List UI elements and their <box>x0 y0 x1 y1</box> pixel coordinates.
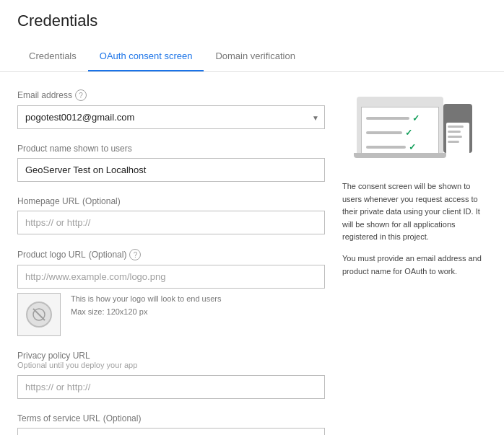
logo-help-icon[interactable]: ? <box>129 249 141 260</box>
email-select[interactable]: pogotest0012@gmail.com <box>17 105 325 129</box>
phone-line-bar-2 <box>448 131 461 133</box>
laptop-screen: ✓ ✓ ✓ <box>361 107 439 154</box>
tabs-bar: Credentials OAuth consent screen Domain … <box>17 42 487 71</box>
homepage-group: Homepage URL (Optional) <box>17 196 325 234</box>
check-icon-1: ✓ <box>412 113 420 123</box>
page-header: Credentials Credentials OAuth consent sc… <box>0 0 504 72</box>
product-name-label: Product name shown to users <box>17 144 132 154</box>
check-icon-3: ✓ <box>409 142 416 152</box>
phone-body <box>443 104 472 153</box>
privacy-sub-label: Optional until you deploy your app <box>17 361 325 369</box>
tos-label: Terms of service URL <box>17 413 100 423</box>
line-bar <box>366 117 409 120</box>
logo-url-label: Product logo URL <box>17 250 86 260</box>
screen-line-2: ✓ <box>366 128 434 138</box>
line-bar-3 <box>366 146 406 149</box>
logo-description: This is how your logo will look to end u… <box>71 293 221 318</box>
homepage-optional: (Optional) <box>82 196 121 206</box>
logo-url-group: Product logo URL (Optional) ? This is ho… <box>17 249 325 336</box>
tos-group: Terms of service URL (Optional) <box>17 413 325 435</box>
check-icon-2: ✓ <box>405 128 412 138</box>
tab-domain-verification[interactable]: Domain verification <box>204 42 307 71</box>
product-name-group: Product name shown to users <box>17 144 325 182</box>
email-group: Email address ? pogotest0012@gmail.com ▼ <box>17 89 325 129</box>
email-label: Email address <box>17 90 72 100</box>
logo-preview-box <box>17 293 61 336</box>
laptop-body: ✓ ✓ ✓ <box>357 97 443 154</box>
form-section: Email address ? pogotest0012@gmail.com ▼… <box>17 89 325 435</box>
phone-lines <box>446 123 469 149</box>
email-help-icon[interactable]: ? <box>75 89 87 101</box>
right-description-2: You must provide an email address and pr… <box>342 252 487 278</box>
logo-preview-row: This is how your logo will look to end u… <box>17 293 325 336</box>
privacy-input[interactable] <box>17 375 325 399</box>
right-description-1: The consent screen will be shown to user… <box>342 180 487 244</box>
homepage-input[interactable] <box>17 211 325 234</box>
tos-label-row: Terms of service URL (Optional) <box>17 413 325 423</box>
logo-url-label-row: Product logo URL (Optional) ? <box>17 249 325 260</box>
privacy-main-label: Privacy policy URL <box>17 351 325 361</box>
tab-credentials[interactable]: Credentials <box>17 42 88 71</box>
screen-line-1: ✓ <box>366 113 434 123</box>
right-panel: ✓ ✓ ✓ <box>342 89 487 435</box>
email-select-wrapper: pogotest0012@gmail.com ▼ <box>17 105 325 129</box>
homepage-label-row: Homepage URL (Optional) <box>17 196 325 206</box>
tos-input[interactable] <box>17 428 325 435</box>
logo-url-optional: (Optional) <box>89 250 127 260</box>
phone-screen <box>446 123 469 159</box>
logo-url-input[interactable] <box>17 265 325 289</box>
content-area: Email address ? pogotest0012@gmail.com ▼… <box>0 72 504 435</box>
phone-line-bar-1 <box>448 126 464 128</box>
tab-oauth-consent[interactable]: OAuth consent screen <box>88 42 204 71</box>
tos-optional: (Optional) <box>103 413 142 423</box>
device-illustration: ✓ ✓ ✓ <box>357 89 472 169</box>
no-image-icon <box>32 307 46 322</box>
email-label-row: Email address ? <box>17 89 325 101</box>
device-illustration-wrapper: ✓ ✓ ✓ <box>342 89 487 169</box>
product-name-label-row: Product name shown to users <box>17 144 325 154</box>
privacy-label-block: Privacy policy URL Optional until you de… <box>17 351 325 369</box>
phone-line-bar-3 <box>448 136 462 138</box>
privacy-group: Privacy policy URL Optional until you de… <box>17 351 325 399</box>
screen-line-3: ✓ <box>366 142 434 152</box>
page-title: Credentials <box>17 12 487 30</box>
laptop-base <box>354 153 446 158</box>
logo-preview-icon <box>26 302 52 328</box>
phone-line-bar-4 <box>448 141 459 143</box>
line-bar-2 <box>366 131 402 134</box>
homepage-label: Homepage URL <box>17 196 79 206</box>
product-name-input[interactable] <box>17 158 325 182</box>
